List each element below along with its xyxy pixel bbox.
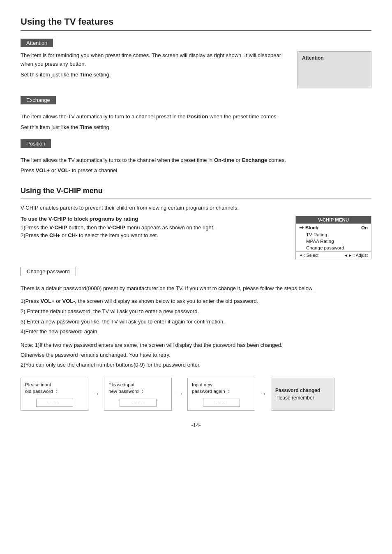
attention-box: Attention: [297, 51, 371, 88]
pwd-changed-line1: Password changed: [275, 388, 330, 393]
exchange-para1-prefix: The item allows the TV automatically to …: [21, 113, 187, 120]
position-para2-suffix: to preset a channel.: [70, 167, 119, 173]
vchip-block-value: On: [361, 225, 368, 230]
vchip-step2: 2)Press the CH+ or CH- to select the ite…: [21, 232, 283, 238]
position-para1-mid: or: [234, 157, 242, 163]
vchip-row: To use the V-CHIP to block programs by r…: [21, 216, 371, 259]
vchip-section: Using the V-CHIP menu V-CHIP enables par…: [21, 187, 371, 259]
pwd-box-3: Input newpassword again ： ----: [187, 378, 255, 411]
attention-row: The item is for reminding you when prese…: [21, 51, 371, 88]
vchip-step1: 1)Press the V-CHIP button, then the V-CH…: [21, 224, 283, 231]
exchange-para2-prefix: Set this item just like the: [21, 124, 80, 130]
change-pwd-steps: 1)Press VOL+ or VOL-, the screen will di…: [21, 297, 371, 336]
attention-box-label: Attention: [302, 55, 324, 61]
change-pwd-intro-para: There is a default password(0000) preset…: [21, 284, 371, 293]
flow-arrow-1: →: [92, 390, 100, 398]
page-title: Using the TV features: [21, 16, 371, 27]
position-section: Position The item allows the TV automati…: [21, 139, 371, 175]
position-para1-bold1: On-time: [214, 157, 234, 163]
pwd-field-2: ----: [120, 399, 157, 407]
change-pwd-note1-cont: Otherwise the password remains unchanged…: [21, 351, 371, 360]
vchip-footer-adjust: ◄► : Adjust: [344, 253, 368, 258]
vchip-menu-box: V-CHIP MENU ➡ Block On TV Rating MPAA Ra…: [295, 216, 371, 259]
position-para1-bold2: Exchange: [242, 157, 267, 163]
vchip-title: Using the V-CHIP menu: [21, 187, 371, 195]
attention-para1: The item is for reminding you when prese…: [21, 51, 285, 69]
exchange-para2-suffix: setting.: [92, 124, 111, 130]
pwd-changed-line2: Please remember: [275, 395, 330, 401]
vchip-usage-title: To use the V-CHIP to block programs by r…: [21, 216, 283, 222]
vchip-tvrating-item: TV Rating: [296, 231, 371, 238]
flow-arrow-3: →: [259, 390, 267, 398]
vchip-menu-footer: ✦ : Select ◄► : Adjust: [296, 251, 371, 259]
change-pwd-step2: 2) Enter the default password, the TV wi…: [21, 307, 371, 316]
change-pwd-badge: Change password: [21, 267, 76, 276]
exchange-para2-bold: Time: [80, 124, 92, 130]
position-badge: Position: [21, 139, 51, 148]
vchip-menu-block-item: ➡ Block On: [296, 224, 371, 231]
attention-section: Attention The item is for reminding you …: [21, 39, 371, 88]
vchip-changepwd-label: Change password: [306, 245, 344, 250]
position-para1-suffix: comes.: [267, 157, 286, 163]
vchip-mpaa-label: MPAA Rating: [306, 239, 334, 244]
change-pwd-intro: There is a default password(0000) preset…: [21, 284, 371, 293]
position-para1: The item allows the TV automatically tur…: [21, 156, 371, 165]
pwd-box-2: Please inputnew password ： ----: [104, 378, 172, 411]
vchip-block-label: Block: [305, 225, 318, 230]
vchip-intro: V-CHIP enables parents to prevent their …: [21, 205, 371, 211]
vchip-footer-select: ✦ : Select: [299, 253, 318, 258]
position-para2-bold1: VOL+: [36, 167, 50, 173]
pwd-label-2: Please inputnew password ：: [108, 381, 167, 395]
exchange-para1-bold: Position: [187, 113, 208, 120]
attention-para2-bold: Time: [80, 72, 92, 78]
vchip-changepwd-item: Change password: [296, 245, 371, 251]
pwd-box-1: Please inputold password ： ----: [21, 378, 88, 411]
position-para2-mid: or: [50, 167, 58, 173]
exchange-badge: Exchange: [21, 96, 56, 104]
vchip-text: To use the V-CHIP to block programs by r…: [21, 216, 283, 259]
page-number: -14-: [21, 422, 371, 428]
change-pwd-note2: 2)You can only use the channel number bu…: [21, 361, 371, 369]
attention-badge: Attention: [21, 39, 53, 47]
change-pwd-notes: Note: 1)If the two new password enters a…: [21, 341, 371, 369]
change-pwd-step1: 1)Press VOL+ or VOL-, the screen will di…: [21, 297, 371, 306]
vchip-tvrating-label: TV Rating: [306, 232, 327, 237]
exchange-para2: Set this item just like the Time setting…: [21, 123, 371, 132]
position-para2-prefix: Press: [21, 167, 36, 173]
pwd-label-1: Please inputold password ：: [25, 381, 84, 395]
vchip-menu-title: V-CHIP MENU: [296, 216, 371, 224]
pwd-changed-box: Password changed Please remember: [271, 378, 334, 411]
change-pwd-step4: 4)Enter the new password again.: [21, 328, 371, 336]
top-divider: [21, 30, 371, 31]
exchange-section: Exchange The item allows the TV automati…: [21, 96, 371, 132]
change-pwd-step3: 3) Enter a new password you like, the TV…: [21, 318, 371, 326]
attention-para2: Set this item just like the Time setting…: [21, 71, 285, 79]
change-password-section: Change password There is a default passw…: [21, 267, 371, 411]
change-pwd-note1: Note: 1)If the two new password enters a…: [21, 341, 371, 350]
exchange-para1: The item allows the TV automatically to …: [21, 113, 371, 121]
pwd-field-3: ----: [203, 399, 240, 407]
position-para2: Press VOL+ or VOL- to preset a channel.: [21, 166, 371, 175]
pwd-label-3: Input newpassword again ：: [192, 381, 251, 395]
attention-text: The item is for reminding you when prese…: [21, 51, 285, 88]
position-para1-prefix: The item allows the TV automatically tur…: [21, 157, 214, 163]
position-para2-bold2: VOL-: [58, 167, 70, 173]
vchip-mpaa-item: MPAA Rating: [296, 238, 371, 245]
pwd-field-1: ----: [36, 399, 73, 407]
attention-para2-prefix: Set this item just like the: [21, 72, 80, 78]
password-flow: Please inputold password ： ---- → Please…: [21, 378, 371, 411]
attention-para2-suffix: setting.: [92, 72, 111, 78]
vchip-divider: [21, 199, 371, 199]
vchip-selected-arrow: ➡: [299, 224, 304, 231]
exchange-para1-suffix: when the preset time comes.: [208, 113, 278, 120]
flow-arrow-2: →: [176, 390, 183, 398]
